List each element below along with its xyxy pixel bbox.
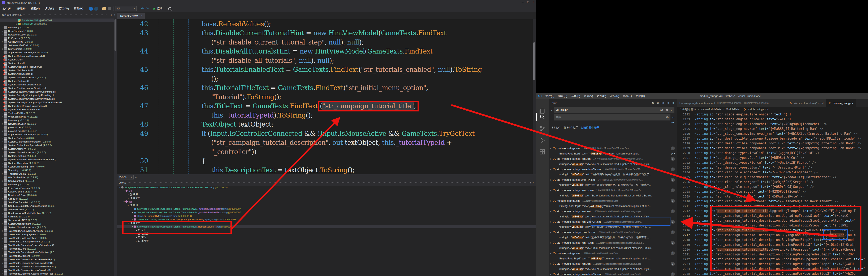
search-result-file[interactable]: ∨std_module_strings_xml_tr.xml160NativeM… bbox=[549, 240, 677, 245]
refresh-icon[interactable]: ↻ bbox=[652, 101, 654, 105]
search-result-file[interactable]: ∨std_module_strings-zho-HK.xml160NativeM… bbox=[549, 230, 677, 235]
view-as-tree-icon[interactable]: ⊡ bbox=[672, 101, 674, 105]
assembly-tree-item[interactable]: System.Xml.XmlDocument.dll bbox=[0, 108, 114, 111]
code-line[interactable]: 49if (Input.IsControllerConnected && !In… bbox=[117, 129, 536, 138]
assembly-tree-item[interactable]: System.Security.Cryptography.Algorithms.… bbox=[0, 90, 114, 93]
search-result-file[interactable]: ∨std_module_strings_xml-zho-CN.xml160Nat… bbox=[549, 219, 677, 224]
code-line[interactable]: (); bbox=[117, 74, 536, 83]
xml-line[interactable]: 2222 <string id="str_campaign_tutorial_d… bbox=[677, 257, 868, 261]
open-in-editor-link[interactable]: 在编辑器中打开 bbox=[581, 126, 599, 129]
assembly-tree-item[interactable]: ▷Newtonsoft.Json(11.0.0.0) bbox=[0, 33, 114, 36]
analyzer-tree-item[interactable]: ▾StoryMode.ViewModelCollection.Tutorial.… bbox=[117, 186, 536, 189]
xml-line[interactable]: 2217 <string id="str_campaign_tutorial_d… bbox=[677, 232, 868, 238]
navigate-forward-button[interactable]: → bbox=[94, 7, 98, 11]
match-case-toggle[interactable]: Aa bbox=[659, 108, 663, 111]
search-result-file[interactable]: ∨std_module_strings-zho-HK.xml1.6.4骑砍原版\… bbox=[549, 177, 677, 183]
search-result-file[interactable]: ∨module_strings.xml1.6.4骑砍原版\NativeModul… bbox=[549, 146, 677, 151]
xml-line[interactable]: 2211 <string id="str_clan_auto_recruitme… bbox=[677, 203, 868, 209]
assembly-tree-item[interactable]: ▷WebSocket4Net(0.15.2.11) bbox=[0, 175, 114, 179]
search-result-file[interactable]: ∨std_module_strings_xml-zho-CN.xml1.6.4骑… bbox=[549, 167, 677, 172]
analyzer-tree-item[interactable]: ▸重写于 bbox=[117, 239, 536, 243]
editor-tab[interactable]: module_strings.x bbox=[826, 99, 856, 107]
search-result-match[interactable]: .BuyingFoodStep1" text="{=vdEoBkpr}You m… bbox=[549, 151, 677, 156]
xml-line[interactable]: 2223 <string id="str_campaign_tutorial_d… bbox=[677, 261, 868, 266]
code-line[interactable]: "_controller")) bbox=[117, 147, 536, 156]
menu-item[interactable]: 查看(V) bbox=[582, 93, 595, 99]
xml-line[interactable]: 2205 <string id="str_clan_role.quarterma… bbox=[677, 175, 868, 180]
search-result-file[interactable]: ∨module_strings.xml161NativeModuleData\M… bbox=[549, 251, 677, 256]
analyzer-tree-item[interactable]: ▸使用 bbox=[117, 193, 536, 196]
analyzer-tree-item[interactable]: ▸被使用 bbox=[117, 196, 536, 200]
assembly-tree-item[interactable]: ▷System.Numerics.Vectors(4.1.3.0) bbox=[0, 225, 114, 229]
assembly-tree-item[interactable]: System.Runtime.dll bbox=[0, 79, 114, 83]
analyzer-tree-item[interactable]: ▸StoryMode.ViewModelCollection.Tutorial.… bbox=[117, 207, 536, 211]
assembly-tree-item[interactable]: ▷TaleWorlds.Diamond.AccessProvider.GOG( bbox=[0, 265, 114, 268]
whole-word-toggle[interactable]: ab bbox=[665, 108, 669, 111]
xml-line[interactable]: 2198 <string id="str_destructible_compon… bbox=[677, 141, 868, 146]
xml-line[interactable]: 2221 <string id="str_campaign_tutorial_d… bbox=[677, 252, 868, 257]
assembly-tree-item[interactable]: ▷SettlementSelfBuild(1.0.0.0) bbox=[0, 44, 114, 47]
assembly-tree-item[interactable]: ▷CandyuanMod(1.0.0.0) bbox=[0, 179, 114, 183]
assembly-tree-item[interactable]: ▷protobuf-net(3.0.0.0) bbox=[0, 126, 114, 129]
analyzer-tree-item[interactable]: ▸使用 bbox=[117, 228, 536, 232]
code-line[interactable]: ("str_disable_current_tutorial_step", nu… bbox=[117, 37, 536, 47]
analyzer-tree-item[interactable]: ▾get bbox=[117, 189, 536, 193]
assembly-tree-item[interactable]: ▷TutorialItemVM@02000002 bbox=[0, 19, 114, 22]
xml-line[interactable]: 2197 <string id="str_destructible_compon… bbox=[677, 136, 868, 141]
search-result-file[interactable]: ∨std_module_strings_xml.xml160NativeModu… bbox=[549, 209, 677, 214]
xml-line[interactable]: 2216 <string id="str_campaign_tutorial_t… bbox=[677, 228, 868, 232]
code-line[interactable]: 44this.DisableAllTutorialsHint = new Hin… bbox=[117, 47, 536, 56]
assembly-tree-item[interactable]: ▷TaleWorlds.AchievementSystem(1.0.0.0) bbox=[0, 229, 114, 232]
analyzer-tree-item[interactable]: ▾被使用 bbox=[117, 221, 536, 225]
breadcrumb-item[interactable]: ModuleData bbox=[726, 108, 739, 111]
assembly-tree-item[interactable]: ▷QuestSystem(1.0.0.0) bbox=[0, 40, 114, 44]
assembly-tree-item[interactable]: ▷System.Numerics.Vectors(4.1.3.0) bbox=[0, 76, 114, 79]
close-icon[interactable]: × bbox=[533, 0, 534, 4]
assembly-tree-item[interactable]: ▷TaleWorlds.BattlEye.Client(1.0.0.0) bbox=[0, 236, 114, 240]
search-result-file[interactable]: ∨std_module_strings_xml-zho-CN.xml161Nat… bbox=[549, 272, 677, 276]
assembly-tree-item[interactable]: ▷PetSystem(1.0.0.0) bbox=[0, 36, 114, 40]
analyzer-tree-item[interactable]: ▾set bbox=[117, 200, 536, 203]
editor-tab[interactable]: skins.xml ↔ skins(1).xml bbox=[787, 99, 826, 107]
assembly-tree-item[interactable]: System.Linq.dll bbox=[0, 61, 114, 65]
assembly-tree-item[interactable]: ▷SuperSocket.ClientEngine(0.10.0.0) bbox=[0, 133, 114, 136]
menu-item[interactable]: 视图(V) bbox=[28, 6, 42, 11]
search-result-match[interactable]: <string id="vdEoBkpr" text="Erzak tedari… bbox=[549, 193, 677, 198]
assembly-tree-item[interactable]: ▷TaleWorlds.Core(1.0.0.0) bbox=[0, 247, 114, 250]
xml-line[interactable]: 2213 <string id="str_campaign_tutorial_d… bbox=[677, 213, 868, 218]
xml-line[interactable]: 2212 <string id="str_campaign_tutorial_t… bbox=[677, 209, 868, 213]
tab-tutorialitemvm[interactable]: TutorialItemVM × bbox=[117, 12, 145, 19]
assembly-tree-item[interactable]: ▷TaleWorlds.Diamond.AccessProvider.Stea bbox=[0, 268, 114, 272]
search-result-match[interactable]: <string id="vdEoBkpr" text="You must mai… bbox=[549, 266, 677, 272]
breadcrumb-item[interactable]: NativeModuleData bbox=[701, 108, 721, 111]
assembly-tree-item[interactable]: ▷TaleWorlds.ActivitySystem(1.0.0.0) bbox=[0, 232, 114, 236]
menu-item[interactable]: 帮助(H) bbox=[71, 6, 86, 11]
assembly-tree-item[interactable]: ▷protobuf-net.Core(3.0.0.0) bbox=[0, 129, 114, 133]
zoom-level-select[interactable]: 275 %▼ bbox=[118, 175, 133, 180]
breadcrumb-item[interactable]: module_strings.xml bbox=[747, 108, 768, 111]
assembly-tree-item[interactable]: ▷TaleWorlds.Diamond.AccessProvider.Test(… bbox=[0, 272, 114, 275]
assembly-tree-item[interactable]: System.Net.NameResolution.dll bbox=[0, 65, 114, 68]
menu-item[interactable]: 窗口(W) bbox=[56, 6, 71, 11]
assembly-tree-item[interactable]: System.Security.Cryptography.Encoding.dl… bbox=[0, 93, 114, 97]
menu-item[interactable]: 文件(F) bbox=[544, 93, 556, 99]
code-line[interactable]: 45this.TutorialsEnabledText = GameTexts.… bbox=[117, 65, 536, 74]
search-result-match[interactable]: <string id="vdEoBkpr" text="You must mai… bbox=[549, 214, 677, 219]
assembly-tree-item[interactable]: ▷System.Management(4.0.1.0) bbox=[0, 222, 114, 225]
assembly-tree-item[interactable]: ▷Epic.OnlineServices(1.0.0.0) bbox=[0, 186, 114, 190]
code-line[interactable]: this._tutorialTypeId).ToString(); bbox=[117, 111, 536, 120]
assembly-tree-item[interactable]: ▷SandBox.GauntletUI.AutoGenerated(1.0.0. bbox=[0, 204, 114, 208]
assembly-tree-item[interactable]: ▷Newtonsoft.Json(11.0.0.0) bbox=[0, 122, 114, 126]
assembly-tree-item[interactable]: System.Collections.Specialized.dll bbox=[0, 54, 114, 58]
match-actions[interactable]: ⇄ × bbox=[671, 152, 675, 155]
search-result-match[interactable]: <string id="vdEoBkpr" text="您必須保證食物供應。如果… bbox=[549, 183, 677, 188]
menu-item[interactable]: 转到(G) bbox=[595, 93, 608, 99]
panel-close-icon[interactable]: × bbox=[533, 182, 534, 184]
menu-item[interactable]: 运行(R) bbox=[608, 93, 621, 99]
analyzer-tree-item[interactable]: ▸被使用 bbox=[117, 232, 536, 236]
redo-icon[interactable]: ↷ bbox=[146, 6, 149, 11]
xml-line[interactable]: 2202 <string id="str_damage_types.Pierce… bbox=[677, 160, 868, 165]
assembly-tree-item[interactable]: ▷System.Runtime(4.1.1.0) bbox=[0, 154, 114, 158]
assembly-tree-item[interactable]: System.Runtime.InteropServices.dll bbox=[0, 86, 114, 90]
xml-line[interactable]: 2218 <string id="str_campaign_tutorial_d… bbox=[677, 238, 868, 242]
